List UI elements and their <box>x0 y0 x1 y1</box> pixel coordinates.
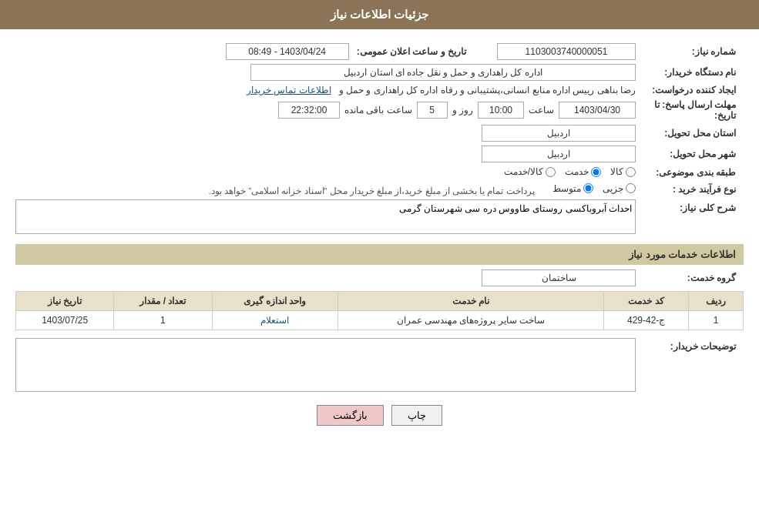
tosih-textarea[interactable] <box>15 338 636 392</box>
table-header-row: ردیف کد خدمت نام خدمت واحد اندازه گیری ت… <box>16 292 744 311</box>
value-tabaqe: کالا خدمت کالا/خدمت <box>15 166 636 179</box>
row-shomare: شماره نیاز: 1103003740000051 تاریخ و ساع… <box>15 43 744 60</box>
sharh-textarea[interactable] <box>15 199 636 234</box>
label-ostan: استان محل تحویل: <box>636 128 744 139</box>
value-shomare: 1103003740000051 تاریخ و ساعت اعلان عموم… <box>15 43 636 60</box>
row-shahr: شهر محل تحویل: اردبیل <box>15 146 744 162</box>
page-header: جزئیات اطلاعات نیاز <box>0 0 759 29</box>
th-nam: نام خدمت <box>338 292 604 311</box>
row-tosih: توضیحات خریدار: <box>15 338 744 394</box>
mohlat-remaining: 22:32:00 <box>278 102 340 119</box>
namdastgah-box: اداره کل راهداری و حمل و نقل جاده ای است… <box>250 64 636 81</box>
label-sharh: شرح کلی نیاز: <box>636 199 744 236</box>
cell-tarikh: 1403/07/25 <box>16 311 114 330</box>
shahr-box: اردبیل <box>482 146 636 162</box>
th-vahed: واحد اندازه گیری <box>212 292 338 311</box>
label-mohlat: مهلت ارسال پاسخ: تا تاریخ: <box>636 99 744 121</box>
value-namdastgah: اداره کل راهداری و حمل و نقل جاده ای است… <box>15 64 636 81</box>
label-shahr: شهر محل تحویل: <box>636 149 744 159</box>
label-ijad: ایجاد کننده درخواست: <box>636 85 744 95</box>
value-shahr: اردبیل <box>15 146 636 162</box>
label-namdastgah: نام دستگاه خریدار: <box>636 67 744 78</box>
th-radif: ردیف <box>688 292 743 311</box>
table-row: 1ج-42-429ساخت سایر پروژه‌های مهندسی عمرا… <box>16 311 744 330</box>
cell-kod: ج-42-429 <box>604 311 689 330</box>
value-mohlat: 1403/04/30 ساعت 10:00 روز و 5 ساعت باقی … <box>15 102 636 119</box>
label-shomare: شماره نیاز: <box>636 46 744 57</box>
radio-kala-label: کالا <box>610 166 623 177</box>
tabaqe-radio-group: کالا خدمت کالا/خدمت <box>504 166 636 177</box>
mohlat-remaining-label: ساعت باقی مانده <box>344 105 412 115</box>
mohlat-roz: 5 <box>417 102 448 119</box>
radio-khadamat: خدمت <box>565 166 601 177</box>
mohlat-roz-label: روز و <box>452 105 473 115</box>
value-sharh <box>15 199 636 236</box>
cell-vahed: استعلام <box>212 311 338 330</box>
radio-kala-khadamat: کالا/خدمت <box>504 166 556 177</box>
row-tabaqe: طبقه بندی موضوعی: کالا خدمت کالا/خدمت <box>15 166 744 179</box>
row-ostan: استان محل تحویل: اردبیل <box>15 125 744 142</box>
row-noe-farayand: نوع فرآیند خرید : جزیی متوسط پرداخت تمام… <box>15 183 744 196</box>
th-tedad: تعداد / مقدار <box>114 292 212 311</box>
row-sharh: شرح کلی نیاز: <box>15 199 744 236</box>
mohlat-date: 1403/04/30 <box>559 102 636 119</box>
radio-kala-khadamat-input[interactable] <box>546 167 556 177</box>
main-content: شماره نیاز: 1103003740000051 تاریخ و ساع… <box>0 29 759 444</box>
back-button[interactable]: بازگشت <box>317 405 384 426</box>
radio-khadamat-label: خدمت <box>565 166 589 177</box>
cell-tedad: 1 <box>114 311 212 330</box>
row-ijad: ایجاد کننده درخواست: رضا بناهی رییس ادار… <box>15 85 744 95</box>
ijad-link[interactable]: اطلاعات تماس خریدار <box>247 85 331 95</box>
radio-mottavasset-input[interactable] <box>583 183 593 193</box>
radio-jozi-input[interactable] <box>626 183 636 193</box>
cell-nam: ساخت سایر پروژه‌های مهندسی عمران <box>338 311 604 330</box>
label-noe-farayand: نوع فرآیند خرید : <box>636 184 744 195</box>
radio-kala-input[interactable] <box>626 167 636 177</box>
services-table: ردیف کد خدمت نام خدمت واحد اندازه گیری ت… <box>15 291 744 330</box>
radio-khadamat-input[interactable] <box>591 167 601 177</box>
farayand-radio-group: جزیی متوسط <box>552 183 636 194</box>
radio-mottavasset-label: متوسط <box>552 183 581 194</box>
row-namdastgah: نام دستگاه خریدار: اداره کل راهداری و حم… <box>15 64 744 81</box>
page-title: جزئیات اطلاعات نیاز <box>331 8 428 21</box>
mohlat-time: 10:00 <box>478 102 524 119</box>
page-container: جزئیات اطلاعات نیاز شماره نیاز: 11030037… <box>0 0 759 532</box>
label-tosih: توضیحات خریدار: <box>636 338 744 394</box>
value-noe-farayand: جزیی متوسط پرداخت تمام یا بخشی از مبلغ خ… <box>15 183 636 196</box>
shomare-niaz-value: 1103003740000051 <box>497 43 636 60</box>
ostan-box: اردبیل <box>482 125 636 142</box>
ijad-text: رضا بناهی رییس اداره منابع انسانی،پشتیبا… <box>339 85 636 95</box>
radio-mottavasset: متوسط <box>552 183 593 194</box>
tarikh-value: 1403/04/24 - 08:49 <box>226 43 349 60</box>
radio-kala-khadamat-label: کالا/خدمت <box>504 166 543 177</box>
th-kod: کد خدمت <box>604 292 689 311</box>
radio-jozi-label: جزیی <box>603 183 623 194</box>
row-grohe: گروه خدمت: ساختمان <box>15 269 744 286</box>
label-tarikh: تاریخ و ساعت اعلان عمومی: <box>357 46 466 57</box>
grohe-box: ساختمان <box>482 269 636 286</box>
value-ijad: رضا بناهی رییس اداره منابع انسانی،پشتیبا… <box>15 85 636 95</box>
mohlat-saat-label: ساعت <box>529 105 554 115</box>
radio-kala: کالا <box>610 166 636 177</box>
cell-radif: 1 <box>688 311 743 330</box>
label-tabaqe: طبقه بندی موضوعی: <box>636 167 744 178</box>
row-mohlat: مهلت ارسال پاسخ: تا تاریخ: 1403/04/30 سا… <box>15 99 744 121</box>
value-ostan: اردبیل <box>15 125 636 142</box>
section-khadamat: اطلاعات خدمات مورد نیاز <box>15 244 744 265</box>
value-grohe: ساختمان <box>15 269 636 286</box>
th-tarikh: تاریخ نیاز <box>16 292 114 311</box>
value-tosih <box>15 338 636 394</box>
label-grohe: گروه خدمت: <box>636 273 744 283</box>
radio-jozi: جزیی <box>603 183 636 194</box>
print-button[interactable]: چاپ <box>391 405 442 426</box>
button-row: چاپ بازگشت <box>15 405 744 426</box>
farayand-notice: پرداخت تمام یا بخشی از مبلغ خرید،از مبلغ… <box>209 186 535 195</box>
